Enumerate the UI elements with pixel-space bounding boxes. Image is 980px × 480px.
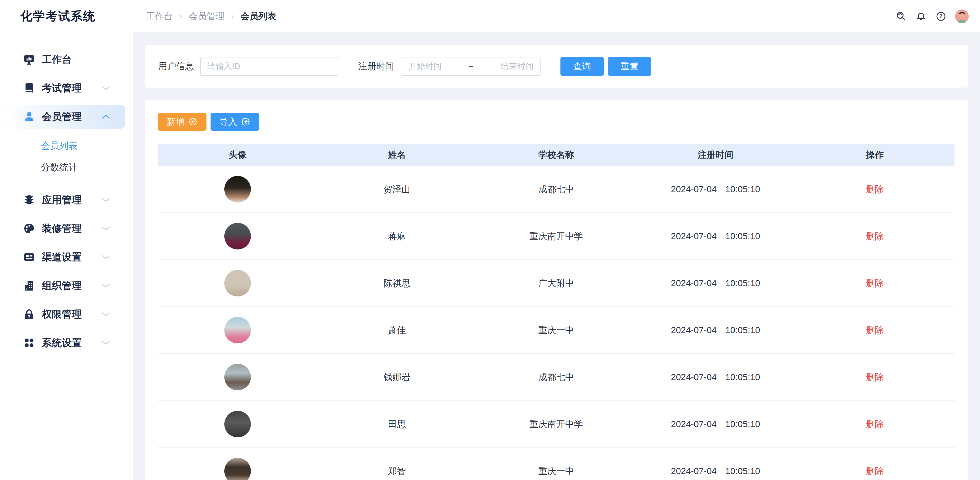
sidebar-item-system-settings[interactable]: 系统设置	[0, 329, 133, 357]
sidebar-item-label: 组织管理	[42, 279, 82, 293]
register-clock: 10:05:10	[725, 419, 760, 429]
top-header: 化学考试系统 工作台 › 会员管理 › 会员列表 ?	[0, 0, 980, 32]
sidebar-item-workbench[interactable]: 工作台	[0, 45, 133, 74]
svg-text:?: ?	[939, 13, 943, 19]
column-header-avatar: 头像	[158, 149, 317, 161]
sidebar-menu: 工作台 考试管理	[0, 32, 133, 357]
member-register-time: 2024-07-04 10:05:10	[636, 372, 795, 382]
table-body: 贺泽山 成都七中 2024-07-04 10:05:10 删除 蒋麻 重庆南开中…	[158, 166, 955, 480]
delete-link[interactable]: 删除	[866, 418, 884, 430]
column-header-actions: 操作	[795, 149, 955, 161]
plus-circle-icon	[188, 117, 198, 127]
sidebar-item-label: 装修管理	[42, 222, 82, 235]
delete-link[interactable]: 删除	[866, 371, 884, 383]
bell-icon[interactable]	[915, 11, 927, 22]
register-clock: 10:05:10	[725, 325, 760, 335]
chevron-down-icon	[102, 226, 110, 231]
member-avatar	[224, 317, 251, 343]
table-row: 郑智 重庆一中 2024-07-04 10:05:10 删除	[158, 448, 955, 480]
help-icon[interactable]: ?	[935, 11, 947, 22]
book-icon	[23, 82, 35, 94]
lock-icon	[23, 308, 35, 321]
sidebar-item-label: 应用管理	[42, 193, 82, 207]
sidebar-item-label: 工作台	[42, 53, 72, 66]
user-info-label: 用户信息	[158, 60, 194, 72]
breadcrumb: 工作台 › 会员管理 › 会员列表	[146, 0, 276, 32]
delete-link[interactable]: 删除	[866, 277, 884, 289]
member-avatar	[224, 223, 251, 249]
register-clock: 10:05:10	[725, 184, 760, 194]
add-button[interactable]: 新增	[158, 113, 207, 131]
breadcrumb-separator: ›	[180, 11, 182, 21]
delete-link[interactable]: 删除	[866, 465, 884, 477]
member-register-time: 2024-07-04 10:05:10	[636, 466, 795, 476]
topbar-actions: ?	[895, 0, 969, 32]
end-date-field[interactable]: 结束时间	[501, 61, 533, 72]
register-date: 2024-07-04	[671, 231, 717, 241]
chevron-down-icon	[102, 197, 110, 203]
delete-link[interactable]: 删除	[866, 230, 884, 242]
monitor-chart-icon	[23, 53, 35, 65]
table-toolbar: 新增 导入	[158, 113, 955, 131]
delete-link[interactable]: 删除	[866, 183, 884, 195]
table-row: 田思 重庆南开中学 2024-07-04 10:05:10 删除	[158, 401, 955, 448]
sidebar-item-member-management[interactable]: 会员管理	[0, 105, 125, 129]
reset-button[interactable]: 重置	[608, 57, 651, 76]
chevron-down-icon	[102, 283, 110, 288]
newspaper-icon	[23, 251, 35, 263]
member-name: 萧佳	[317, 324, 476, 336]
member-name: 贺泽山	[317, 183, 476, 195]
breadcrumb-member-management[interactable]: 会员管理	[189, 10, 224, 22]
register-date: 2024-07-04	[671, 419, 717, 429]
register-clock: 10:05:10	[725, 278, 760, 288]
sidebar-item-exam-management[interactable]: 考试管理	[0, 74, 133, 102]
user-avatar[interactable]	[955, 10, 969, 23]
member-school: 成都七中	[476, 371, 636, 383]
search-button[interactable]: 查询	[560, 57, 604, 76]
user-icon	[23, 110, 35, 123]
register-date: 2024-07-04	[671, 184, 717, 194]
register-time-label: 注册时间	[358, 60, 394, 72]
member-avatar	[224, 270, 251, 297]
user-id-input[interactable]	[200, 57, 338, 76]
sidebar-item-label: 会员管理	[42, 110, 82, 124]
sidebar-subitem-member-list[interactable]: 会员列表	[0, 135, 133, 156]
member-name: 蒋麻	[317, 230, 476, 242]
import-icon	[241, 117, 250, 127]
register-clock: 10:05:10	[725, 372, 760, 382]
member-management-submenu: 会员列表 分数统计	[0, 131, 133, 186]
sidebar-subitem-score-stats[interactable]: 分数统计	[0, 156, 133, 178]
member-name: 陈祺思	[317, 277, 476, 289]
sidebar-item-channel-settings[interactable]: 渠道设置	[0, 243, 133, 271]
breadcrumb-workbench[interactable]: 工作台	[146, 10, 173, 22]
sidebar-item-label: 渠道设置	[42, 250, 82, 264]
submenu-item-label: 会员列表	[41, 140, 78, 152]
sidebar-item-decoration-management[interactable]: 装修管理	[0, 214, 133, 243]
search-icon[interactable]	[895, 11, 907, 22]
sidebar-item-label: 考试管理	[42, 81, 82, 95]
column-header-name: 姓名	[317, 149, 476, 161]
member-school: 重庆南开中学	[476, 230, 636, 242]
start-date-field[interactable]: 开始时间	[409, 61, 442, 72]
member-avatar	[224, 458, 251, 480]
table-row: 陈祺思 广大附中 2024-07-04 10:05:10 删除	[158, 260, 955, 307]
delete-link[interactable]: 删除	[866, 324, 884, 336]
chevron-down-icon	[102, 255, 110, 260]
sidebar-item-app-management[interactable]: 应用管理	[0, 186, 133, 214]
member-register-time: 2024-07-04 10:05:10	[636, 419, 795, 429]
building-icon	[23, 279, 35, 292]
sidebar-item-permission-management[interactable]: 权限管理	[0, 300, 133, 329]
register-clock: 10:05:10	[725, 231, 760, 241]
submenu-item-label: 分数统计	[41, 161, 78, 174]
chevron-up-icon	[102, 114, 110, 119]
chevron-down-icon	[102, 86, 110, 91]
member-name: 钱娜岩	[317, 371, 476, 383]
date-range-picker[interactable]: 开始时间 – 结束时间	[402, 57, 541, 76]
add-button-label: 新增	[167, 116, 185, 128]
member-name: 郑智	[317, 465, 476, 477]
member-school: 重庆一中	[476, 324, 636, 336]
register-date: 2024-07-04	[671, 466, 717, 476]
table-row: 蒋麻 重庆南开中学 2024-07-04 10:05:10 删除	[158, 213, 955, 260]
import-button[interactable]: 导入	[210, 113, 259, 131]
sidebar-item-org-management[interactable]: 组织管理	[0, 271, 133, 300]
